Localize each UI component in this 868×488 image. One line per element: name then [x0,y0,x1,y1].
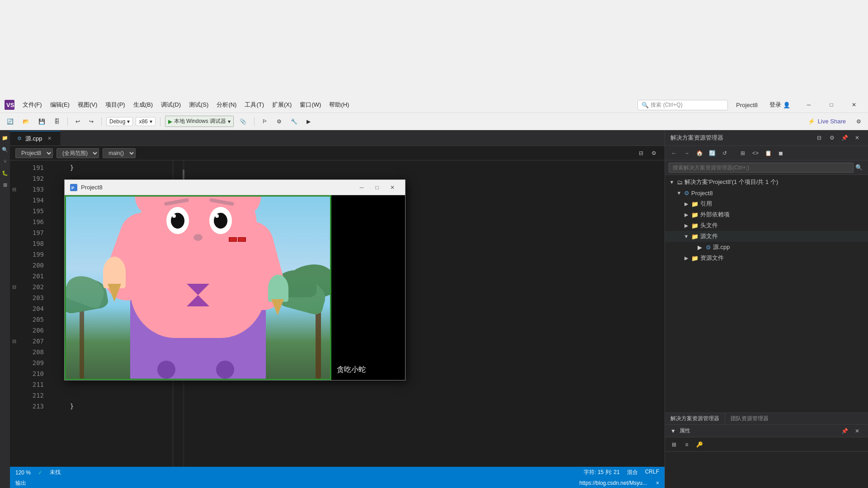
toolbar-attach[interactable]: 📎 [236,117,250,127]
function-select[interactable]: main() [103,148,136,158]
toolbar-new-project[interactable]: 🔄 [4,117,17,127]
se-forward-btn[interactable]: → [681,148,692,159]
se-code-btn[interactable]: <> [750,148,761,159]
menu-view[interactable]: 视图(V) [74,99,101,111]
activity-debug-icon[interactable]: 🐛 [1,169,9,177]
restore-button[interactable]: □ [821,99,842,111]
tab-source-cpp[interactable]: ⚙ 源.cpp ✕ [10,131,61,145]
live-share-button[interactable]: ⚡ Live Share [803,116,850,127]
platform-dropdown[interactable]: x86 ▾ [136,117,155,126]
editor-settings-btn[interactable]: ⚙ [648,148,659,159]
toolbar-btn-3[interactable]: 🔧 [288,117,301,127]
se-settings-btn[interactable]: ⚙ [826,132,837,143]
close-button[interactable]: ✕ [844,99,864,111]
menu-analyze[interactable]: 分析(N) [213,99,240,111]
menu-edit[interactable]: 编辑(E) [47,99,73,111]
solution-icon: 🗂 [677,179,683,186]
toolbar-btn-1[interactable]: 🏳 [259,117,271,127]
app-restore-btn[interactable]: □ [370,182,384,193]
se-home-btn[interactable]: 🏠 [694,148,705,159]
app-close-btn[interactable]: ✕ [385,182,400,193]
tree-project[interactable]: ▼ ⚙ Project8 [665,188,868,198]
se-tab-team[interactable]: 团队资源管理器 [725,413,774,424]
toolbar-sep4 [254,117,255,126]
status-line-col: 字符: 15 列: 21 [584,469,619,476]
gutter-193[interactable]: ⊟ [10,184,18,195]
redo-icon: ↪ [89,118,94,125]
menu-debug[interactable]: 调试(D) [157,99,184,111]
tree-references[interactable]: ▶ 📁 引用 [665,198,868,209]
toolbar-redo[interactable]: ↪ [86,117,97,127]
toolbar-settings[interactable]: ⚙ [853,117,864,127]
se-tab-solution[interactable]: 解决方案资源管理器 [665,413,725,424]
menu-project[interactable]: 项目(P) [102,99,128,111]
gutter-195 [10,206,18,216]
output-scroll-btn: × [656,480,659,486]
tab-close-button[interactable]: ✕ [46,135,53,142]
output-url[interactable]: https://blog.csdn.net/Msyu... [580,480,647,486]
se-stop-btn[interactable]: ↺ [719,148,730,159]
tree-resource-files[interactable]: ▶ 📁 资源文件 [665,253,868,263]
platform-arrow: ▾ [150,118,152,125]
app-minimize-btn[interactable]: ─ [354,182,369,193]
sidebar-bottom: 解决方案资源管理器 团队资源管理器 ▼ 属性 📌 ✕ ⊞ ≡ 🔑 [665,413,868,488]
toolbar-save-all[interactable]: 🗄 [51,117,63,127]
toolbar-btn-4[interactable]: ▶ [303,117,314,127]
run-button[interactable]: ▶ 本地 Windows 调试器 ▾ [165,116,234,127]
props-categories-btn[interactable]: ≡ [681,439,692,450]
project-select[interactable]: Project8 [15,148,53,158]
menu-file[interactable]: 文件(F) [19,99,46,111]
gutter-202[interactable]: ⊟ [10,282,18,292]
se-search-icon-btn[interactable]: 🔍 [854,162,864,173]
tree-extern-deps[interactable]: ▶ 📁 外部依赖项 [665,209,868,220]
btn2-icon: ⚙ [277,118,282,125]
properties-header[interactable]: ▼ 属性 📌 ✕ [665,425,868,437]
global-search-box[interactable]: 🔍 搜索 (Ctrl+Q) [637,100,728,110]
menu-test[interactable]: 测试(S) [185,99,212,111]
tree-solution[interactable]: ▼ 🗂 解决方案'Project8'(1 个项目/共 1 个) [665,177,868,188]
props-grid-btn[interactable]: ⊞ [669,439,679,450]
login-label: 登录 [769,101,781,109]
vs-logo-icon: VS [4,99,15,111]
menu-build[interactable]: 生成(B) [130,99,156,111]
minimize-button[interactable]: ─ [798,99,819,111]
activity-git-icon[interactable]: ⑂ [1,157,9,165]
props-dock-btn[interactable]: 📌 [839,426,850,436]
login-button[interactable]: 登录 👤 [766,99,794,111]
se-refresh-btn[interactable]: 🔄 [707,148,717,159]
tree-source-cpp[interactable]: ▶ ⚙ 源.cpp [665,242,868,253]
toolbar-btn-2[interactable]: ⚙ [274,117,285,127]
props-sort-btn[interactable]: 🔑 [694,439,705,450]
se-properties-btn[interactable]: 📋 [763,148,774,159]
gutter-205 [10,314,18,325]
activity-extensions-icon[interactable]: ⊞ [1,181,9,189]
se-close-btn[interactable]: ✕ [852,132,863,143]
menu-extensions[interactable]: 扩展(X) [269,99,295,111]
editor-collapse-btn[interactable]: ⊟ [636,148,646,159]
props-close-btn[interactable]: ✕ [852,426,863,436]
activity-search-icon[interactable]: 🔍 [1,145,9,154]
refs-icon: 📁 [691,201,698,207]
se-active-item-btn[interactable]: ◼ [775,148,786,159]
tree-source-files[interactable]: ▼ 📁 源文件 [665,231,868,242]
menu-help[interactable]: 帮助(H) [326,99,353,111]
menu-window[interactable]: 窗口(W) [296,99,325,111]
se-back-btn[interactable]: ← [669,148,679,159]
tab-icon: ⚙ [17,136,22,141]
toolbar-undo[interactable]: ↩ [72,117,83,127]
activity-explorer-icon[interactable]: 📁 [1,134,9,142]
se-collapse-all-btn[interactable]: ⊟ [814,132,825,143]
scope-select[interactable]: (全局范围) [57,148,99,158]
app-title-bar[interactable]: P Project8 ─ □ ✕ [65,180,405,195]
debug-config-dropdown[interactable]: Debug ▾ [106,117,133,126]
toolbar-open[interactable]: 📂 [19,117,33,127]
se-add-btn[interactable]: ⊞ [737,148,748,159]
menu-tools[interactable]: 工具(T) [241,99,268,111]
code-editor: ⊟ ⊟ ⊟ [10,160,665,467]
gutter-207[interactable]: ⊟ [10,336,18,347]
gutter-209 [10,357,18,368]
se-search-input[interactable] [669,163,854,173]
se-dock-btn[interactable]: 📌 [839,132,850,143]
toolbar-save[interactable]: 💾 [35,117,48,127]
tree-header-files[interactable]: ▶ 📁 头文件 [665,220,868,231]
